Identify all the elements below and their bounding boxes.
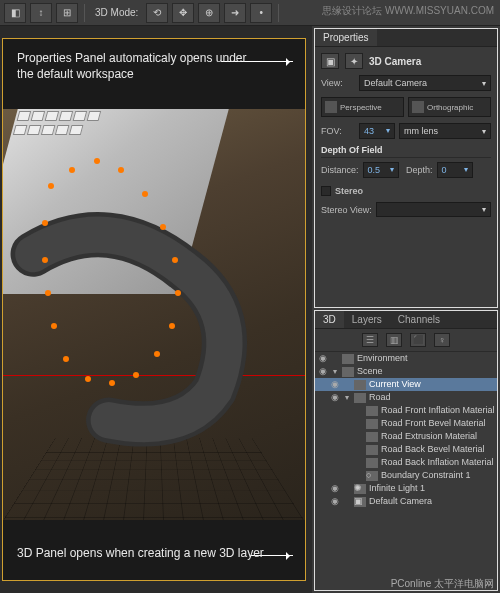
environment-icon (342, 354, 354, 364)
visibility-icon[interactable]: ◉ (317, 367, 328, 377)
dof-section-title: Depth Of Field (321, 145, 491, 158)
tree-item-constraint[interactable]: ○ Boundary Constraint 1 (315, 469, 497, 482)
orthographic-button[interactable]: Orthographic (408, 97, 491, 117)
camera-icon: ▣ (354, 497, 366, 507)
tree-item-material[interactable]: Road Back Inflation Material (315, 456, 497, 469)
canvas-area: Properties Panel automaticaly opens unde… (0, 26, 312, 593)
tree-item-light[interactable]: ◉ ✺ Infinite Light 1 (315, 482, 497, 495)
slide-icon[interactable]: ➜ (224, 3, 246, 23)
material-icon (366, 406, 378, 416)
material-icon (366, 445, 378, 455)
mesh-icon (354, 393, 366, 403)
filter-material-icon[interactable]: ⬛ (410, 333, 426, 347)
tree-item-road[interactable]: ◉ ▾ Road (315, 391, 497, 404)
move-icon[interactable]: ⊕ (198, 3, 220, 23)
panel-title: 3D Camera (369, 56, 421, 67)
tree-item-current-view[interactable]: ◉ Current View (315, 378, 497, 391)
material-icon (366, 458, 378, 468)
document-canvas[interactable]: Properties Panel automaticaly opens unde… (2, 38, 306, 581)
separator (278, 4, 279, 22)
zoom-icon[interactable]: • (250, 3, 272, 23)
tab-layers[interactable]: Layers (344, 311, 390, 328)
tree-item-material[interactable]: Road Extrusion Material (315, 430, 497, 443)
stereo-view-label: Stereo View: (321, 205, 372, 215)
scene-icon (342, 367, 354, 377)
visibility-icon[interactable]: ◉ (329, 484, 340, 494)
tree-item-environment[interactable]: ◉ Environment (315, 352, 497, 365)
view-dropdown[interactable]: Default Camera▾ (359, 75, 491, 91)
scene-tree: ◉ Environment ◉ ▾ Scene ◉ Current View ◉… (315, 352, 497, 508)
fov-input[interactable]: 43▾ (359, 123, 395, 139)
light-icon: ✺ (354, 484, 366, 494)
coords-icon[interactable]: ✦ (345, 53, 363, 69)
visibility-icon[interactable]: ◉ (329, 497, 340, 507)
filter-light-icon[interactable]: ♀ (434, 333, 450, 347)
camera-icon[interactable]: ▣ (321, 53, 339, 69)
visibility-icon[interactable]: ◉ (317, 354, 328, 364)
road-mesh[interactable] (3, 109, 305, 520)
watermark-bottom: PConline 太平洋电脑网 (391, 577, 494, 591)
depth-label: Depth: (403, 165, 433, 175)
annotation-properties: Properties Panel automaticaly opens unde… (17, 51, 257, 82)
visibility-icon[interactable]: ◉ (329, 393, 340, 403)
tab-3d[interactable]: 3D (315, 311, 344, 328)
material-icon (366, 432, 378, 442)
tab-channels[interactable]: Channels (390, 311, 448, 328)
properties-panel: Properties ▣ ✦ 3D Camera View: Default C… (314, 28, 498, 308)
filter-scene-icon[interactable]: ☰ (362, 333, 378, 347)
pan-icon[interactable]: ✥ (172, 3, 194, 23)
twisty-icon[interactable]: ▾ (331, 368, 339, 376)
stereo-checkbox[interactable] (321, 186, 331, 196)
tree-item-material[interactable]: Road Front Inflation Material (315, 404, 497, 417)
view-label: View: (321, 78, 355, 88)
separator (84, 4, 85, 22)
fov-unit-dropdown[interactable]: mm lens▾ (399, 123, 491, 139)
perspective-button[interactable]: Perspective (321, 97, 404, 117)
tree-item-material[interactable]: Road Front Bevel Material (315, 417, 497, 430)
twisty-icon[interactable]: ▾ (343, 394, 351, 402)
tree-item-material[interactable]: Road Back Bevel Material (315, 443, 497, 456)
right-panels: Properties ▣ ✦ 3D Camera View: Default C… (312, 26, 500, 593)
tree-item-camera[interactable]: ◉ ▣ Default Camera (315, 495, 497, 508)
orthographic-icon (412, 101, 424, 113)
distance-label: Distance: (321, 165, 359, 175)
tree-item-scene[interactable]: ◉ ▾ Scene (315, 365, 497, 378)
material-icon (366, 419, 378, 429)
perspective-icon (325, 101, 337, 113)
distance-input[interactable]: 0.5▾ (363, 162, 399, 178)
tab-properties[interactable]: Properties (315, 29, 377, 46)
depth-input[interactable]: 0▾ (437, 162, 473, 178)
3d-panel: 3D Layers Channels ☰ ▥ ⬛ ♀ ◉ Environment… (314, 310, 498, 591)
viewport-3d[interactable] (3, 109, 305, 520)
fov-label: FOV: (321, 126, 355, 136)
stereo-label: Stereo (335, 186, 369, 196)
tool-icon[interactable]: ⊞ (56, 3, 78, 23)
constraint-icon: ○ (366, 471, 378, 481)
mode-label: 3D Mode: (95, 7, 138, 18)
stereo-view-dropdown[interactable]: ▾ (376, 202, 491, 217)
filter-mesh-icon[interactable]: ▥ (386, 333, 402, 347)
tool-icon[interactable]: ↕ (30, 3, 52, 23)
visibility-icon[interactable]: ◉ (329, 380, 340, 390)
view-icon (354, 380, 366, 390)
watermark-top: 思缘设计论坛 WWW.MISSYUAN.COM (322, 4, 494, 18)
tool-icon[interactable]: ◧ (4, 3, 26, 23)
annotation-3d-panel: 3D Panel opens when creating a new 3D la… (17, 546, 264, 562)
orbit-icon[interactable]: ⟲ (146, 3, 168, 23)
